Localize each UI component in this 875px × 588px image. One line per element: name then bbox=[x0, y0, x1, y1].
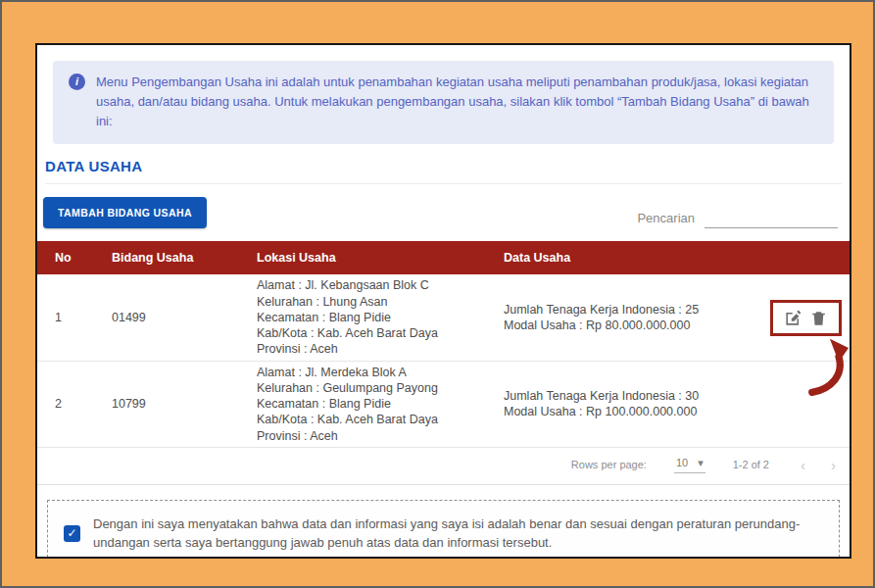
check-icon: ✓ bbox=[67, 526, 76, 540]
lokasi-line: Kab/Kota : Kab. Aceh Barat Daya bbox=[257, 325, 480, 341]
bidang-usaha-cell: 01499 bbox=[100, 274, 245, 361]
header-bidang-usaha: Bidang Usaha bbox=[100, 241, 245, 274]
next-page-button[interactable]: › bbox=[831, 458, 836, 472]
rows-per-page-select[interactable]: 10 ▾ bbox=[674, 457, 705, 473]
page-nav: ‹ › bbox=[801, 458, 836, 472]
lokasi-line: Kelurahan : Lhung Asan bbox=[257, 294, 480, 310]
edit-icon bbox=[784, 309, 802, 327]
header-no: No bbox=[37, 241, 100, 274]
chevron-down-icon: ▾ bbox=[698, 457, 704, 469]
data-usaha-table: No Bidang Usaha Lokasi Usaha Data Usaha … bbox=[37, 241, 850, 448]
info-icon: i bbox=[69, 74, 85, 90]
header-actions bbox=[753, 241, 850, 274]
search-input[interactable] bbox=[705, 209, 838, 228]
delete-button[interactable] bbox=[809, 309, 828, 327]
lokasi-line: Provinsi : Aceh bbox=[257, 428, 480, 444]
data-usaha-line: Jumlah Tenaga Kerja Indonesia : 25 bbox=[504, 302, 742, 318]
content-card: i Menu Pengembangan Usaha ini adalah unt… bbox=[35, 43, 851, 559]
data-usaha-line: Jumlah Tenaga Kerja Indonesia : 30 bbox=[504, 388, 742, 404]
lokasi-line: Kecamatan : Blang Pidie bbox=[257, 396, 480, 412]
annotation-arrow bbox=[804, 337, 851, 396]
declaration-box: ✓ Dengan ini saya menyatakan bahwa data … bbox=[47, 500, 840, 559]
page-range-label: 1-2 of 2 bbox=[733, 459, 769, 470]
trash-icon bbox=[809, 309, 828, 327]
lokasi-line: Provinsi : Aceh bbox=[257, 341, 480, 357]
edit-button[interactable] bbox=[784, 309, 802, 327]
tambah-bidang-usaha-button[interactable]: TAMBAH BIDANG USAHA bbox=[43, 197, 207, 228]
row-number-cell: 1 bbox=[37, 274, 100, 361]
declaration-checkbox[interactable]: ✓ bbox=[64, 525, 80, 542]
declaration-text: Dengan ini saya menyatakan bahwa data da… bbox=[93, 514, 823, 553]
pagination: Rows per page: 10 ▾ 1-2 of 2 ‹ › bbox=[37, 448, 850, 485]
table-header-row: No Bidang Usaha Lokasi Usaha Data Usaha bbox=[37, 241, 850, 274]
lokasi-line: Kelurahan : Geulumpang Payong bbox=[257, 380, 480, 396]
rows-per-page-value: 10 bbox=[676, 457, 688, 468]
row-number-cell: 2 bbox=[37, 361, 100, 447]
info-banner: i Menu Pengembangan Usaha ini adalah unt… bbox=[53, 61, 834, 144]
lokasi-line: Alamat : Jl. Merdeka Blok A bbox=[257, 365, 480, 380]
chevron-right-icon: › bbox=[831, 457, 836, 473]
lokasi-usaha-cell: Alamat : Jl. Kebangsaan Blok C Kelurahan… bbox=[245, 274, 492, 361]
header-lokasi-usaha: Lokasi Usaha bbox=[245, 241, 492, 274]
search-box: Pencarian bbox=[637, 209, 838, 228]
annotation-highlight-box bbox=[770, 300, 842, 336]
table-row: 2 10799 Alamat : Jl. Merdeka Blok A Kelu… bbox=[37, 361, 850, 447]
data-usaha-cell: Jumlah Tenaga Kerja Indonesia : 30 Modal… bbox=[492, 361, 753, 447]
rows-per-page-label: Rows per page: bbox=[571, 459, 647, 470]
bidang-usaha-cell: 10799 bbox=[100, 361, 245, 447]
header-data-usaha: Data Usaha bbox=[492, 241, 753, 274]
page-title: DATA USAHA bbox=[45, 158, 842, 184]
search-label: Pencarian bbox=[637, 211, 695, 228]
lokasi-usaha-cell: Alamat : Jl. Merdeka Blok A Kelurahan : … bbox=[245, 361, 492, 447]
data-usaha-line: Modal Usaha : Rp 80.000.000.000 bbox=[504, 318, 742, 333]
lokasi-line: Kab/Kota : Kab. Aceh Barat Daya bbox=[257, 412, 480, 427]
chevron-left-icon: ‹ bbox=[801, 457, 805, 473]
lokasi-line: Kecamatan : Blang Pidie bbox=[257, 310, 480, 325]
table-row: 1 01499 Alamat : Jl. Kebangsaan Blok C K… bbox=[37, 274, 850, 361]
info-banner-text: Menu Pengembangan Usaha ini adalah untuk… bbox=[96, 74, 809, 128]
actions-cell bbox=[753, 274, 850, 361]
prev-page-button[interactable]: ‹ bbox=[801, 458, 805, 472]
orange-frame: i Menu Pengembangan Usaha ini adalah unt… bbox=[0, 0, 875, 588]
toolbar: TAMBAH BIDANG USAHA Pencarian bbox=[43, 197, 838, 228]
data-usaha-line: Modal Usaha : Rp 100.000.000.000 bbox=[504, 404, 742, 419]
lokasi-line: Alamat : Jl. Kebangsaan Blok C bbox=[257, 277, 480, 293]
data-usaha-cell: Jumlah Tenaga Kerja Indonesia : 25 Modal… bbox=[492, 274, 753, 361]
